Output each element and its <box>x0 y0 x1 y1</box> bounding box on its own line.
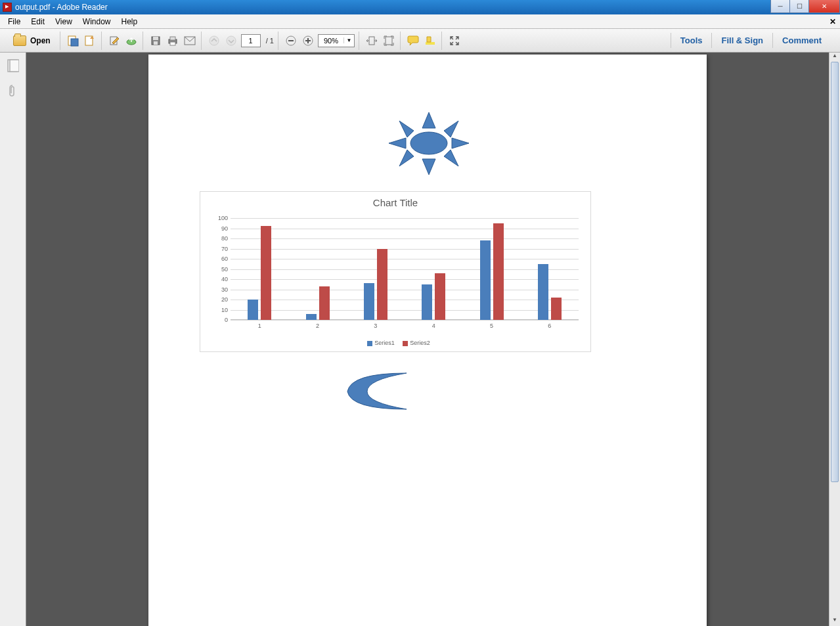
attachments-icon[interactable] <box>7 84 19 97</box>
chart-bar <box>551 298 562 320</box>
navigation-panel <box>0 53 26 626</box>
chart-bar <box>422 284 432 320</box>
zoom-out-icon[interactable] <box>284 34 298 48</box>
y-tick-label: 50 <box>221 266 231 273</box>
page-up-icon[interactable] <box>207 34 221 48</box>
y-tick-label: 70 <box>221 246 231 252</box>
y-tick-label: 60 <box>221 256 231 262</box>
chart-title: Chart Title <box>200 192 590 211</box>
sticky-note-icon[interactable] <box>406 34 420 48</box>
minimize-button[interactable]: ─ <box>770 0 790 13</box>
svg-rect-20 <box>386 37 392 45</box>
scroll-down-icon[interactable]: ▼ <box>829 617 840 626</box>
vertical-scrollbar[interactable]: ▲ ▼ <box>829 53 840 626</box>
svg-rect-23 <box>10 60 19 72</box>
close-button[interactable]: ✕ <box>808 0 840 13</box>
svg-point-32 <box>410 132 447 154</box>
y-tick-label: 40 <box>221 276 231 282</box>
svg-rect-7 <box>154 41 158 45</box>
comment-link[interactable]: Comment <box>772 33 831 48</box>
chart-bar <box>480 240 491 320</box>
print-icon[interactable] <box>166 34 180 48</box>
svg-rect-10 <box>170 42 175 45</box>
moon-shape <box>344 370 410 413</box>
svg-marker-30 <box>399 150 414 166</box>
legend-swatch-series1 <box>367 341 372 346</box>
svg-marker-24 <box>422 112 435 128</box>
y-tick-label: 0 <box>225 317 231 323</box>
svg-marker-29 <box>444 121 458 137</box>
page-thumbnails-icon[interactable] <box>7 59 19 72</box>
legend-label-series1: Series1 <box>374 340 395 346</box>
document-area: Chart Title 0102030405060708090100123456… <box>0 53 840 626</box>
page-viewport[interactable]: Chart Title 0102030405060708090100123456… <box>26 53 829 626</box>
legend-swatch-series2 <box>403 341 408 346</box>
svg-marker-27 <box>452 138 469 148</box>
svg-marker-26 <box>389 138 406 148</box>
tools-link[interactable]: Tools <box>671 33 712 48</box>
svg-marker-25 <box>422 159 435 175</box>
chart-bar <box>306 314 317 320</box>
chart-bar <box>261 226 271 320</box>
chart-bar <box>377 249 387 321</box>
y-tick-label: 80 <box>221 235 231 242</box>
edit-icon[interactable] <box>107 34 122 48</box>
svg-rect-21 <box>426 42 435 45</box>
svg-point-13 <box>227 36 236 45</box>
x-tick-label: 5 <box>490 320 493 329</box>
export-pdf-icon[interactable] <box>83 34 97 48</box>
svg-marker-28 <box>399 121 414 137</box>
svg-rect-6 <box>153 37 158 40</box>
chart-plot-area: 0102030405060708090100123456 <box>231 218 579 320</box>
svg-rect-1 <box>71 39 78 46</box>
chart-bar <box>435 273 445 320</box>
app-icon <box>3 3 12 12</box>
read-mode-icon[interactable] <box>447 34 462 48</box>
fill-sign-link[interactable]: Fill & Sign <box>711 33 772 48</box>
email-icon[interactable] <box>183 34 197 48</box>
menu-edit[interactable]: Edit <box>26 16 50 28</box>
chart-bar <box>538 264 548 320</box>
scroll-up-icon[interactable]: ▲ <box>829 53 840 62</box>
page-down-icon[interactable] <box>224 34 238 48</box>
titlebar: output.pdf - Adobe Reader ─ ☐ ✕ <box>0 0 840 14</box>
page-total-label: / 1 <box>263 37 274 45</box>
x-tick-label: 4 <box>432 320 435 329</box>
pdf-page: Chart Title 0102030405060708090100123456… <box>148 55 707 626</box>
svg-rect-19 <box>369 37 374 45</box>
cloud-icon[interactable] <box>124 34 139 48</box>
menu-file[interactable]: File <box>3 16 26 28</box>
fit-page-icon[interactable] <box>382 34 396 48</box>
svg-marker-31 <box>444 150 458 166</box>
y-tick-label: 90 <box>221 225 231 232</box>
fit-width-icon[interactable] <box>365 34 379 48</box>
x-tick-label: 2 <box>316 320 319 329</box>
menu-view[interactable]: View <box>50 16 77 28</box>
toolbar: Open / 1 90% ▼ Tools <box>0 29 840 53</box>
maximize-button[interactable]: ☐ <box>789 0 809 13</box>
scrollbar-thumb[interactable] <box>831 62 839 482</box>
legend-label-series2: Series2 <box>410 340 430 346</box>
chart-container: Chart Title 0102030405060708090100123456… <box>200 191 591 352</box>
highlight-icon[interactable] <box>423 34 437 48</box>
x-tick-label: 1 <box>258 320 261 329</box>
open-button[interactable]: Open <box>8 34 56 48</box>
x-tick-label: 6 <box>548 320 551 329</box>
zoom-value: 90% <box>319 37 343 45</box>
zoom-selector[interactable]: 90% ▼ <box>318 34 355 47</box>
save-icon[interactable] <box>148 34 163 48</box>
chart-bar <box>319 286 330 320</box>
menu-window[interactable]: Window <box>77 16 116 28</box>
page-number-input[interactable] <box>241 34 261 47</box>
sun-shape <box>380 112 445 178</box>
svg-point-12 <box>210 36 219 45</box>
open-label: Open <box>30 36 51 45</box>
zoom-in-icon[interactable] <box>301 34 315 48</box>
chart-bar <box>364 283 374 320</box>
create-pdf-icon[interactable] <box>66 34 80 48</box>
document-close-icon[interactable]: ✕ <box>829 17 836 26</box>
menu-help[interactable]: Help <box>116 16 143 28</box>
x-tick-label: 3 <box>374 320 377 329</box>
chart-legend: Series1 Series2 <box>200 340 590 346</box>
chart-bar <box>248 300 258 320</box>
